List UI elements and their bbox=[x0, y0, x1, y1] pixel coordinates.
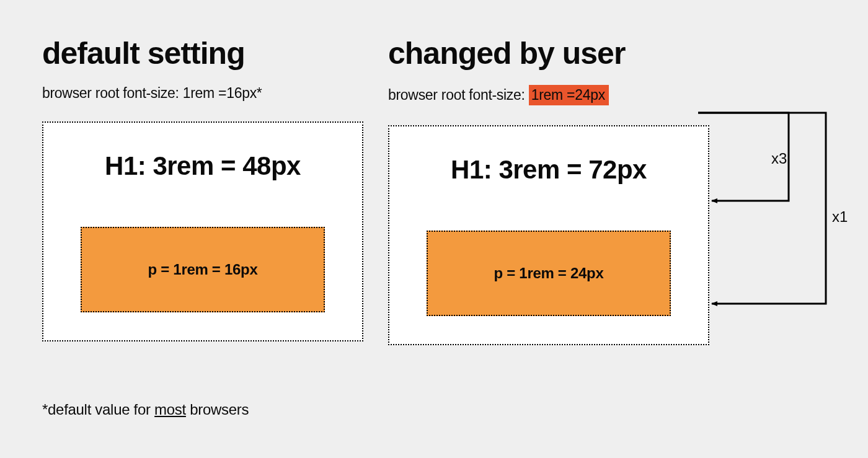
footnote-underlined: most bbox=[154, 401, 186, 418]
footnote-pre: *default value for bbox=[42, 401, 154, 418]
subtitle-default: browser root font-size: 1rem =16px* bbox=[42, 85, 363, 102]
multiplier-h1: x3 bbox=[771, 150, 787, 167]
paragraph-box-default: p = 1rem = 16px bbox=[81, 227, 325, 312]
title-default: default setting bbox=[42, 37, 363, 70]
example-box-default: H1: 3rem = 48px p = 1rem = 16px bbox=[42, 121, 363, 341]
diagram: default setting browser root font-size: … bbox=[42, 37, 826, 345]
p-line-default: p = 1rem = 16px bbox=[148, 261, 258, 278]
column-changed: changed by user browser root font-size: … bbox=[388, 37, 709, 345]
p-line-changed: p = 1rem = 24px bbox=[494, 265, 604, 282]
subtitle-changed: browser root font-size: 1rem =24px bbox=[388, 85, 709, 105]
footnote-post: browsers bbox=[186, 401, 249, 418]
highlight-root-value: 1rem =24px bbox=[529, 85, 609, 105]
h1-line-default: H1: 3rem = 48px bbox=[71, 151, 335, 181]
h1-line-changed: H1: 3rem = 72px bbox=[417, 155, 681, 185]
footnote: *default value for most browsers bbox=[42, 401, 249, 418]
paragraph-box-changed: p = 1rem = 24px bbox=[427, 231, 671, 316]
columns: default setting browser root font-size: … bbox=[42, 37, 826, 345]
column-default: default setting browser root font-size: … bbox=[42, 37, 363, 345]
subtitle-prefix: browser root font-size: bbox=[42, 85, 183, 101]
subtitle-value: 1rem =16px* bbox=[183, 85, 262, 101]
title-changed: changed by user bbox=[388, 37, 709, 70]
example-box-changed: H1: 3rem = 72px p = 1rem = 24px bbox=[388, 125, 709, 345]
subtitle-prefix: browser root font-size: bbox=[388, 87, 529, 103]
multiplier-p: x1 bbox=[832, 208, 848, 226]
